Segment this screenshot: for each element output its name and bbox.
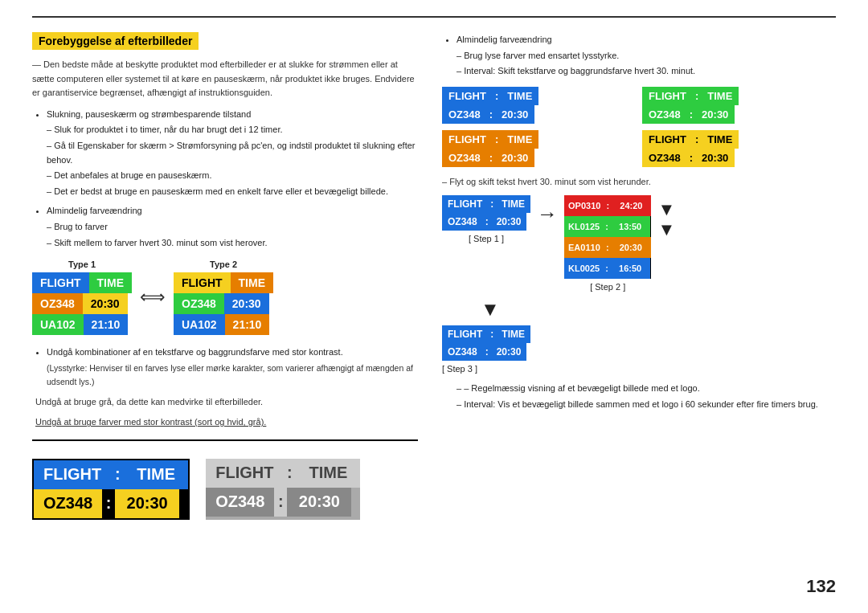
bottom-board-1: FLIGHT : TIME OZ348 : 20:30 [32, 459, 190, 520]
step1-panel: FLIGHT : TIME OZ348 : 20:30 [ Step 1 ] [442, 195, 530, 243]
step3-wrap: FLIGHT : TIME OZ348 : 20:30 [ Step 3 ] [442, 325, 836, 374]
t2-r2-c1: OZ348 [174, 293, 224, 314]
bb2-r1-c2: TIME [296, 459, 360, 488]
right-arrow-icon: → [537, 202, 558, 227]
t1-r2-c2: 20:30 [83, 293, 128, 314]
step-arrow-group: → [537, 195, 558, 227]
bottom-boards-row: FLIGHT : TIME OZ348 : 20:30 FLIGHT : [32, 459, 418, 520]
type-boards-row: Type 1 FLIGHT TIME OZ348 20:30 UA102 21:… [32, 260, 418, 335]
top-divider [32, 16, 836, 18]
dash-item-1d: Det er bedst at bruge en pauseskærm med … [47, 185, 418, 199]
down-arrow-icon: ▼ [481, 298, 500, 321]
step3-label: [ Step 3 ] [442, 364, 477, 374]
double-down-arrows: ▼ ▼ [657, 195, 675, 239]
t1-r2-c1: OZ348 [32, 293, 83, 314]
right-dash-2-text: – Flyt og skift tekst hvert 30. minut so… [442, 177, 651, 186]
type2-board: FLIGHT TIME OZ348 20:30 UA102 21:10 [174, 272, 273, 335]
t1-r1-c2: TIME [89, 272, 132, 293]
bb1-r1-c2: TIME [124, 460, 188, 489]
bullet-list-3: Undgå kombinationer af en tekstfarve og … [47, 345, 418, 360]
bottom-board-2: FLIGHT : TIME OZ348 : 20:30 [206, 459, 360, 520]
right-bullet-list: Almindelig farveændring [457, 32, 836, 47]
type1-board: FLIGHT TIME OZ348 20:30 UA102 21:10 [32, 272, 132, 335]
step2-panel: OP0310 : 24:20 KL0125 : 13:50 EA0110 : 2… [564, 195, 651, 292]
right-column: Almindelig farveændring Brug lyse farver… [442, 32, 836, 520]
type2-container: Type 2 FLIGHT TIME OZ348 20:30 UA102 21:… [174, 260, 273, 335]
color-boards-grid: FLIGHT : TIME OZ348 : 20:30 FLIGHT : TIM… [442, 87, 836, 167]
down-arrow-1: ▼ [657, 200, 675, 219]
dash-3a-text: Undgå at bruge grå, da dette kan medvirk… [35, 397, 263, 407]
main-bullet-list: Slukning, pauseskærm og strømbesparende … [47, 107, 418, 122]
bullet-item-3: Undgå kombinationer af en tekstfarve og … [47, 345, 418, 360]
right-dash-list-3: – Regelmæssig visning af et bevægeligt b… [457, 382, 836, 411]
t2-r1-c1: FLIGHT [174, 272, 231, 293]
right-bullet-1: Almindelig farveændring [457, 32, 836, 47]
t2-r1-c2: TIME [231, 272, 273, 293]
t1-r3-c2: 21:10 [84, 314, 129, 335]
type1-container: Type 1 FLIGHT TIME OZ348 20:30 UA102 21:… [32, 260, 132, 335]
bullet-item-1: Slukning, pauseskærm og strømbesparende … [47, 107, 418, 122]
bottom-boards-section: FLIGHT : TIME OZ348 : 20:30 FLIGHT : [32, 439, 418, 520]
t2-r3-c2: 21:10 [225, 314, 270, 335]
dash-list-1: Sluk for produktet i to timer, når du ha… [47, 123, 418, 198]
step2-label: [ Step 2 ] [590, 282, 625, 292]
intro-text: — Den bedste måde at beskytte produktet … [32, 58, 418, 100]
right-dash-3b: Interval: Vis et bevægeligt billede samm… [457, 398, 836, 412]
dash-item-1b: Gå til Egenskaber for skærm > Strømforsy… [47, 139, 418, 167]
t2-r2-c2: 20:30 [224, 293, 269, 314]
dash-list-2: Brug to farver Skift mellem to farver hv… [47, 220, 418, 250]
bb2-r1-c1: FLIGHT [206, 459, 283, 488]
right-dash-3: – Regelmæssig visning af et bevægeligt b… [457, 382, 836, 396]
right-dash-2: – Flyt og skift tekst hvert 30. minut so… [442, 175, 836, 190]
bb2-r2-colon: : [274, 488, 287, 517]
bb2-r2-c1: OZ348 [206, 488, 274, 517]
dash-item-2a: Brug to farver [47, 220, 418, 235]
bb2-r1-colon: : [283, 459, 296, 488]
step2-board: OP0310 : 24:20 KL0125 : 13:50 EA0110 : 2… [564, 195, 651, 279]
down-arrow-step3: ▼ [442, 298, 538, 321]
bullet3-sub: (Lysstyrke: Henviser til en farves lyse … [47, 362, 418, 389]
dash-item-1a: Sluk for produktet i to timer, når du ha… [47, 123, 418, 137]
step3-board: FLIGHT : TIME OZ348 : 20:30 [442, 325, 530, 361]
bb2-r2-c2: 20:30 [287, 488, 351, 517]
bb1-r2-c1: OZ348 [34, 489, 102, 518]
dash-3b: Undgå at bruge farver med stor kontrast … [35, 415, 418, 430]
color-board-yellow: FLIGHT : TIME OZ348 : 20:30 [642, 130, 836, 167]
t1-r1-c1: FLIGHT [32, 272, 89, 293]
dash-3a: Undgå at bruge grå, da dette kan medvirk… [35, 395, 418, 410]
bb1-r2-colon: : [102, 489, 115, 518]
type2-label: Type 2 [174, 260, 273, 269]
right-dash-1a: Brug lyse farver med ensartet lysstyrke. [457, 49, 836, 63]
type1-label: Type 1 [32, 260, 132, 269]
steps-container: FLIGHT : TIME OZ348 : 20:30 [ Step 1 ] → [442, 195, 836, 292]
left-column: Forebyggelse af efterbilleder — Den beds… [32, 32, 418, 520]
dash-item-1c: Det anbefales at bruge en pauseskærm. [47, 169, 418, 183]
down-arrow-2: ▼ [657, 220, 675, 239]
bb1-r1-colon: : [111, 460, 124, 489]
dash-3b-text: Undgå at bruge farver med stor kontrast … [35, 417, 266, 427]
t2-r3-c1: UA102 [174, 314, 225, 335]
bullet-item-2: Almindelig farveændring [47, 203, 418, 219]
step1-label: [ Step 1 ] [469, 234, 504, 243]
step1-board: FLIGHT : TIME OZ348 : 20:30 [442, 195, 530, 231]
color-board-orange: FLIGHT : TIME OZ348 : 20:30 [442, 130, 636, 167]
page-number: 132 [806, 576, 836, 597]
color-board-blue: FLIGHT : TIME OZ348 : 20:30 [442, 87, 636, 124]
bb1-r1-c1: FLIGHT [34, 460, 111, 489]
right-dash-1b: Interval: Skift tekstfarve og baggrundsf… [457, 64, 836, 79]
color-board-green: FLIGHT : TIME OZ348 : 20:30 [642, 87, 836, 124]
main-content: Forebyggelse af efterbilleder — Den beds… [32, 32, 836, 520]
bb1-r2-c2: 20:30 [115, 489, 179, 518]
bullet-list-2: Almindelig farveændring [47, 203, 418, 219]
dash-item-2b: Skift mellem to farver hvert 30. minut s… [47, 236, 418, 251]
swap-arrow: ⟺ [140, 287, 166, 308]
t1-r3-c1: UA102 [32, 314, 84, 335]
right-dash-list-1: Brug lyse farver med ensartet lysstyrke.… [457, 49, 836, 79]
section-title: Forebyggelse af efterbilleder [32, 32, 199, 50]
